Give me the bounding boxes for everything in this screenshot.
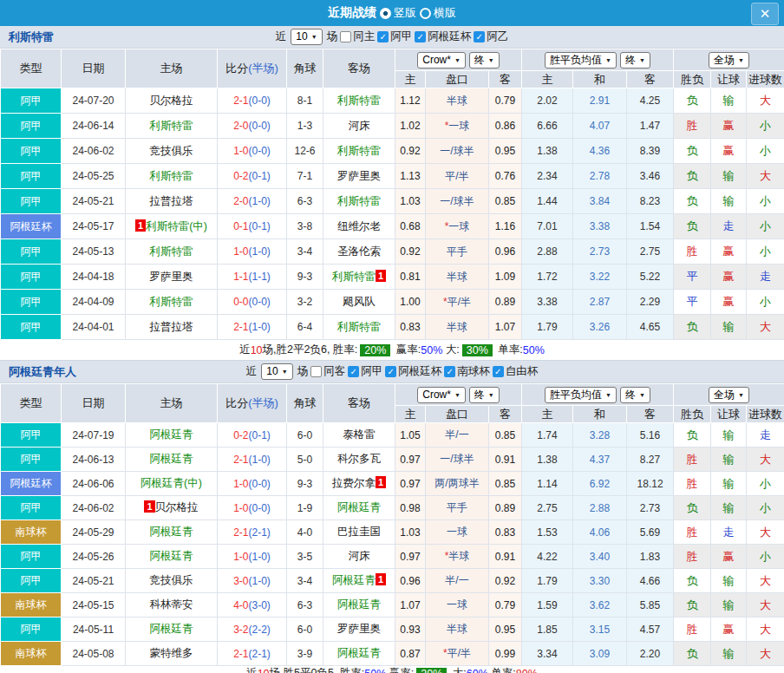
filter-checkbox[interactable]: ✓阿甲 (348, 364, 382, 379)
halftime-score: (1-0) (249, 575, 271, 587)
scope-select-value: 全场 (714, 389, 735, 402)
checkbox-checked-icon[interactable]: ✓ (415, 31, 426, 42)
checkbox-checked-icon[interactable]: ✓ (348, 366, 359, 377)
team-name-link[interactable]: 阿根廷青 (150, 623, 193, 635)
avg-stage-select[interactable]: 终▼ (620, 52, 650, 69)
result-handicap-cell: 输 (711, 423, 747, 448)
checkbox-checked-icon[interactable]: ✓ (474, 31, 485, 42)
team-name-link[interactable]: 圣洛伦索 (337, 245, 381, 258)
radio-landscape[interactable]: 横版 (420, 5, 456, 21)
team-name-link[interactable]: 罗萨里奥 (337, 170, 381, 182)
filter-checkbox[interactable]: 同客 (310, 364, 345, 379)
odds-away-cell: 0.91 (489, 448, 522, 472)
filter-checkbox[interactable]: ✓阿甲 (377, 29, 412, 44)
scope-select[interactable]: 全场▼ (709, 387, 749, 403)
team-name-link[interactable]: 利斯特雷 (332, 271, 376, 283)
team-name-link[interactable]: 利斯特雷 (337, 145, 381, 157)
away-team-cell: 利斯特雷 (323, 88, 395, 114)
team-name-link[interactable]: 拉费尔拿 (332, 477, 376, 489)
team-name-link[interactable]: 贝尔格拉 (155, 501, 199, 513)
checkbox-unchecked-icon[interactable] (340, 31, 351, 42)
handicap-cell: 半/一 (426, 569, 489, 593)
recent-count-select[interactable]: 10▼ (291, 29, 322, 45)
team-name-link[interactable]: 河床 (349, 550, 370, 562)
odds-company-select[interactable]: Crow*▼ (417, 52, 466, 69)
team-name-link[interactable]: 竞技俱乐 (150, 574, 193, 586)
team-name-link[interactable]: 利斯特雷(中) (146, 220, 207, 232)
team-name-link[interactable]: 阿根廷青 (150, 526, 193, 538)
result-handicap-cell: 输 (711, 569, 747, 593)
avg-type-select[interactable]: 胜平负均值▼ (545, 52, 617, 69)
team-name-link[interactable]: 罗萨里奥 (337, 623, 381, 635)
odds-away-cell: 0.92 (489, 569, 522, 593)
team-name-link[interactable]: 纽维尔老 (337, 220, 381, 232)
handicap-cell: *一球 (426, 214, 489, 239)
date-cell: 24-05-15 (62, 593, 126, 617)
filter-checkbox[interactable]: ✓阿根廷杯 (385, 364, 441, 379)
halftime-score: (2-1) (249, 648, 271, 660)
team-name-link[interactable]: 拉普拉塔 (150, 321, 193, 333)
team-name-link[interactable]: 利斯特雷 (150, 120, 193, 132)
fulltime-score: 1-0 (233, 245, 248, 258)
result-goals-cell: 大 (747, 642, 784, 666)
checkbox-checked-icon[interactable]: ✓ (493, 366, 504, 377)
subcolumn-header: 进球数 (747, 71, 784, 88)
team-name-link[interactable]: 阿根廷青 (332, 574, 376, 586)
fulltime-score: 1-1 (233, 271, 248, 283)
team-name-link[interactable]: 阿根廷青 (337, 598, 381, 611)
team-name-link[interactable]: 阿根廷青(中) (140, 477, 202, 489)
team-name-link[interactable]: 拉普拉塔 (150, 195, 193, 207)
team-name-link[interactable]: 利斯特雷 (337, 321, 381, 333)
avg-type-select[interactable]: 胜平负均值▼ (545, 387, 617, 403)
checkbox-checked-icon[interactable]: ✓ (377, 31, 389, 42)
team-name-link[interactable]: 蒙特维多 (150, 647, 193, 659)
avg-draw-cell: 3.15 (573, 617, 627, 642)
team-name-link[interactable]: 科林蒂安 (150, 598, 193, 611)
team-name-link[interactable]: 巴拉圭国 (337, 526, 381, 538)
team-name-link[interactable]: 阿根廷青 (150, 550, 193, 562)
team-name-link[interactable]: 阿根廷青 (337, 647, 381, 659)
close-icon[interactable]: ✕ (751, 3, 779, 25)
odds-group-header: Crow*▼终▼ (395, 384, 522, 406)
filter-checkbox[interactable]: 同主 (340, 29, 375, 44)
team-name-link[interactable]: 利斯特雷 (337, 195, 381, 207)
team-name-link[interactable]: 竞技俱乐 (150, 145, 193, 157)
avg-away-cell: 2.73 (627, 496, 674, 520)
corner-cell: 3-4 (287, 569, 323, 593)
summary-segment: 20% (360, 344, 390, 356)
odds-company-select[interactable]: Crow*▼ (417, 387, 466, 403)
team-name-link[interactable]: 阿根廷青 (150, 428, 193, 441)
league-cell: 阿甲 (1, 139, 62, 164)
avg-stage-select[interactable]: 终▼ (620, 387, 650, 403)
team-name-link[interactable]: 贝尔格拉 (150, 95, 193, 107)
checkbox-checked-icon[interactable]: ✓ (444, 366, 455, 377)
team-name-link[interactable]: 罗萨里奥 (150, 271, 193, 283)
date-cell: 24-04-09 (62, 290, 126, 315)
team-name-link[interactable]: 泰格雷 (343, 428, 376, 441)
radio-portrait[interactable]: 竖版 (380, 5, 416, 21)
team-name-link[interactable]: 阿根廷青 (337, 501, 381, 513)
recent-count-select[interactable]: 10▼ (261, 363, 292, 380)
filter-checkbox[interactable]: ✓阿乙 (474, 29, 508, 44)
team-name-link[interactable]: 飓风队 (343, 296, 376, 308)
team-name-link[interactable]: 利斯特雷 (150, 245, 193, 258)
team-name-link[interactable]: 河床 (349, 120, 370, 132)
filter-checkbox[interactable]: ✓阿根廷杯 (415, 29, 471, 44)
filter-checkbox[interactable]: ✓南球杯 (444, 364, 490, 379)
team-name-link[interactable]: 科尔多瓦 (337, 453, 381, 465)
avg-draw-cell: 2.87 (573, 290, 627, 315)
odds-stage-select[interactable]: 终▼ (469, 52, 500, 69)
odds-stage-select[interactable]: 终▼ (469, 387, 500, 403)
team-name-link[interactable]: 利斯特雷 (337, 95, 381, 107)
date-cell: 24-07-20 (62, 88, 126, 114)
scope-select[interactable]: 全场▼ (709, 52, 749, 69)
scope-select-value: 全场 (714, 54, 735, 67)
team-name-link[interactable]: 利斯特雷 (150, 296, 193, 308)
filter-checkbox[interactable]: ✓自由杯 (493, 364, 539, 379)
column-header-half-suffix: (半场) (248, 62, 278, 75)
team-name-link[interactable]: 阿根廷青 (150, 453, 193, 465)
team-name-link[interactable]: 利斯特雷 (150, 170, 193, 182)
checkbox-checked-icon[interactable]: ✓ (385, 366, 396, 377)
checkbox-unchecked-icon[interactable] (310, 366, 322, 377)
result-goals-cell: 大 (747, 315, 784, 340)
